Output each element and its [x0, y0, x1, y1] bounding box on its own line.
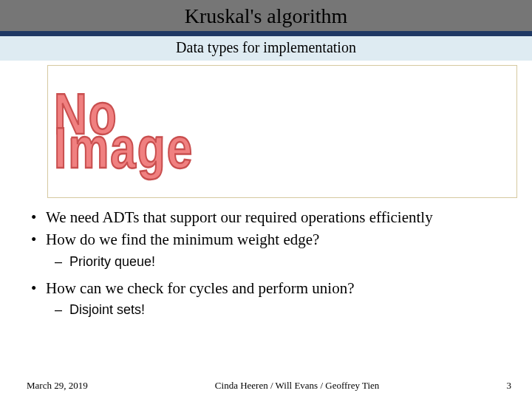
bullet-list: We need ADTs that support our required o…: [27, 207, 505, 250]
slide: Kruskal's algorithm Data types for imple…: [0, 0, 532, 399]
no-image-line2: Image: [54, 127, 194, 170]
sub-bullet-item: Priority queue!: [27, 253, 505, 270]
slide-title: Kruskal's algorithm: [0, 4, 532, 28]
footer-authors: Cinda Heeren / Will Evans / Geoffrey Tie…: [88, 380, 507, 392]
bullet-item: How can we check for cycles and perform …: [27, 278, 505, 299]
figure-placeholder: No Image: [47, 65, 517, 198]
bullet-item: How do we find the minimum weight edge?: [27, 229, 505, 250]
sub-bullet-item: Disjoint sets!: [27, 301, 505, 318]
no-image-icon: No Image: [54, 98, 194, 166]
sub-bullet-list: Disjoint sets!: [27, 301, 505, 318]
title-divider: [0, 31, 532, 36]
slide-subtitle: Data types for implementation: [0, 39, 532, 56]
sub-bullet-list: Priority queue!: [27, 253, 505, 270]
footer-date: March 29, 2019: [27, 380, 88, 392]
content-area: We need ADTs that support our required o…: [0, 204, 532, 399]
slide-footer: March 29, 2019 Cinda Heeren / Will Evans…: [0, 380, 532, 392]
footer-page-number: 3: [507, 380, 512, 392]
title-band: Kruskal's algorithm: [0, 0, 532, 31]
subtitle-band: Data types for implementation: [0, 36, 532, 61]
bullet-item: We need ADTs that support our required o…: [27, 207, 505, 228]
bullet-list: How can we check for cycles and perform …: [27, 278, 505, 299]
